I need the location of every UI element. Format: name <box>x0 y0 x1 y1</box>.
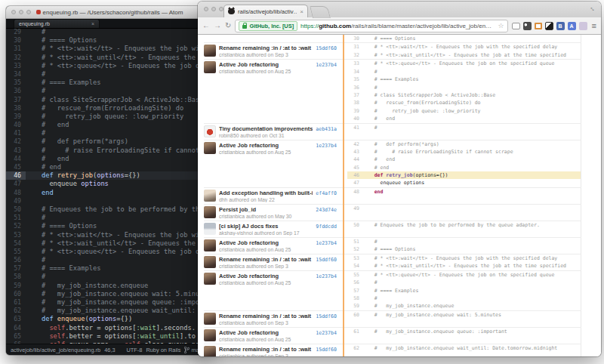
commit-sha-link[interactable]: 15ddf60 <box>313 257 343 263</box>
blame-line-number[interactable]: 61 <box>347 328 362 335</box>
blame-line-number[interactable]: 37 <box>347 91 362 99</box>
blame-line-number[interactable]: 50 <box>347 221 362 229</box>
blame-line-number[interactable]: 41 <box>347 124 362 131</box>
commit-title-link[interactable]: Active Job refactoring <box>219 142 313 149</box>
code-text: # my_job_instance.enqueue wait_until: Da… <box>362 344 581 352</box>
b-extension-icon[interactable]: B <box>556 22 565 30</box>
commit-sha-link[interactable]: 15ddf60 <box>313 45 343 51</box>
tab-enqueuing-rb[interactable]: enqueuing.rb × <box>14 19 100 28</box>
commit-title-link[interactable]: Active Job refactoring <box>219 329 313 336</box>
back-button[interactable]: ← <box>202 22 210 29</box>
blame-line-number[interactable]: 40 <box>347 115 362 122</box>
close-tab-icon[interactable]: × <box>91 21 94 26</box>
blame-line-number[interactable]: 45 <box>347 164 362 171</box>
blame-line-number[interactable]: 58 <box>347 295 362 302</box>
blame-line-number[interactable]: 51 <box>347 238 362 245</box>
status-cursor-position[interactable]: 46,3 <box>104 347 115 353</box>
address-bar[interactable]: GitHub, Inc. [US] https://github.com/rai… <box>235 20 507 32</box>
status-file-path[interactable]: activejob/lib/active_job/enqueuing.rb <box>11 347 100 353</box>
close-button[interactable] <box>204 7 208 11</box>
atom-titlebar[interactable]: enqueuing.rb — /Users/schacon/github/rai… <box>6 6 213 19</box>
commit-title-link[interactable]: Rename remaining :in / :at to :wait … <box>219 313 313 319</box>
blame-line-number[interactable]: 48 <box>347 188 362 196</box>
commit-title-link[interactable]: [ci skip] AJ docs fixes <box>219 223 313 230</box>
forward-button[interactable]: → <box>214 22 221 29</box>
commit-sha-link[interactable]: 15ddf60 <box>313 313 343 319</box>
commit-sha-link[interactable]: 1e237b4 <box>313 240 343 246</box>
blame-line-number[interactable]: 57 <box>347 287 362 295</box>
commit-sha-link[interactable]: 1e237b4 <box>313 143 343 149</box>
line-number: 53 <box>6 231 26 239</box>
blame-line-number[interactable]: 39 <box>347 107 362 115</box>
commit-sha-link[interactable]: 15ddf60 <box>313 347 343 353</box>
menu-icon[interactable]: ≡ <box>592 21 596 30</box>
editor-pane[interactable]: 29 #30 # ==== Options31 # * <tt>:wait</t… <box>6 28 213 344</box>
blame-line-number[interactable]: 32 <box>347 51 362 59</box>
code-token: # ==== Options <box>26 36 97 44</box>
editor-line: 32 # * <tt>:wait_until</tt> - Enqueues t… <box>6 54 213 62</box>
commit-sha-link[interactable]: 243d74e <box>313 207 343 213</box>
code-token: # # raise ErrorLoadingSite if cannot scr… <box>362 149 513 155</box>
code-column: 61 # my_job_instance.enqueue queue: :imp… <box>343 328 581 344</box>
minimize-button[interactable] <box>19 10 23 14</box>
blame-line-number[interactable]: 56 <box>347 279 362 286</box>
fullscreen-icon[interactable]: ↔ <box>588 3 598 13</box>
blame-line-number[interactable]: 49 <box>347 205 362 212</box>
commit-sha-link[interactable]: 1e237b4 <box>313 62 343 68</box>
code-text: # Enqueues the job to be performed by th… <box>362 221 581 229</box>
commit-sha-link[interactable]: aeb431a <box>313 126 343 132</box>
blame-line-number[interactable]: 31 <box>347 43 362 51</box>
zoom-button[interactable] <box>26 10 31 14</box>
blame-line-number[interactable]: 33 <box>347 60 362 67</box>
commit-sha-link[interactable]: 1e237b4 <box>313 330 343 336</box>
blame-line-number[interactable]: 52 <box>347 245 362 253</box>
minimize-button[interactable] <box>211 7 216 11</box>
url-text[interactable]: https://github.com/rails/rails/blame/mas… <box>300 23 495 29</box>
commit-title-link[interactable]: Active Job refactoring <box>219 61 313 68</box>
contrast-extension-icon[interactable] <box>545 22 553 30</box>
commit-title-link[interactable]: Active Job refactoring <box>219 273 313 279</box>
commit-sha-link[interactable]: ef4aff0 <box>313 190 343 196</box>
ev-certificate-badge[interactable]: GitHub, Inc. [US] <box>239 21 297 31</box>
bookmark-star-icon[interactable]: ☆ <box>498 22 504 29</box>
commit-title-link[interactable]: Rename remaining :in / :at to :wait … <box>219 346 313 353</box>
blame-line-number[interactable]: 55 <box>347 271 362 279</box>
status-encoding[interactable]: UTF-8 <box>126 347 142 353</box>
blame-line-number[interactable]: 46 <box>347 171 362 179</box>
browser-tab-github[interactable]: rails/activejob/lib/activ… × <box>223 5 308 17</box>
commit-title-link[interactable]: Tiny documentation improvements… <box>219 125 313 132</box>
commit-sha-link[interactable]: 1e237b4 <box>313 273 343 279</box>
blame-line-number[interactable]: 62 <box>347 344 362 352</box>
key-extension-icon[interactable] <box>523 22 532 30</box>
blame-line-number[interactable]: 53 <box>347 254 362 262</box>
blame-line-number[interactable]: 44 <box>347 156 362 163</box>
comment-bubble-extension-icon[interactable] <box>512 23 520 29</box>
commit-title-link[interactable]: Rename remaining :in / :at to :wait … <box>219 45 313 51</box>
code-token: # my_job_instance.enqueue wait: 5.minute… <box>26 290 211 298</box>
status-language[interactable]: Ruby on Rails <box>146 347 180 353</box>
commit-sha-link[interactable]: 9fddcdd <box>313 224 343 230</box>
blame-line-number[interactable]: 60 <box>347 311 362 319</box>
blame-line-number[interactable]: 59 <box>347 302 362 310</box>
grid-extension-icon[interactable] <box>579 22 587 30</box>
close-button[interactable] <box>11 10 16 14</box>
close-tab-icon[interactable]: × <box>300 8 304 15</box>
blame-line-number[interactable]: 35 <box>347 76 362 83</box>
reload-button[interactable]: ↻ <box>225 22 231 29</box>
commit-title-link[interactable]: Add exception handling with built-i… <box>219 190 313 196</box>
blame-line-number[interactable]: 47 <box>347 179 362 187</box>
blame-line-number[interactable]: 43 <box>347 148 362 156</box>
blame-line-number[interactable]: 30 <box>347 35 362 42</box>
blame-line-number[interactable]: 34 <box>347 68 362 76</box>
translate-extension-icon[interactable]: A <box>568 22 576 30</box>
new-tab-button[interactable] <box>310 6 331 18</box>
commit-title-link[interactable]: Active Job refactoring <box>219 239 313 246</box>
commit-title-link[interactable]: Rename remaining :in / :at to :wait … <box>219 256 313 263</box>
frame-extension-icon[interactable] <box>535 23 542 29</box>
blame-line-number[interactable]: 38 <box>347 99 362 106</box>
blame-line-number[interactable]: 42 <box>347 140 362 148</box>
blame-line-number[interactable]: 36 <box>347 84 362 91</box>
blame-line-number[interactable]: 54 <box>347 262 362 270</box>
commit-title-link[interactable]: Persist job_id <box>219 206 313 213</box>
commit-meta: cristianbica authored on Sep 3 <box>219 264 343 269</box>
